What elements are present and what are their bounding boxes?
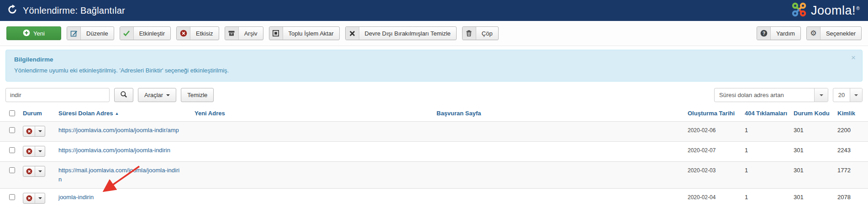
svg-text:?: ? [762, 31, 765, 36]
column-header-created[interactable]: Oluşturma Tarihi [688, 107, 745, 122]
expired-url-link[interactable]: https://joomlavia.com/joomla/joomla-indi… [58, 147, 170, 154]
table-row: joomla-indirin 2020-02-04 1 301 2078 [0, 189, 868, 206]
row-checkbox[interactable] [9, 127, 15, 133]
expired-url-link[interactable]: https://mail.joomlavia.com/joomla/joomla… [58, 167, 179, 183]
plus-circle-icon [23, 29, 30, 38]
status-code: 301 [794, 189, 837, 206]
info-alert: × Bilgilendirme Yönlendirme uyumlu eki e… [5, 50, 863, 82]
referrer-cell [437, 189, 688, 206]
hits-404: 1 [745, 142, 794, 162]
new-url-cell [195, 162, 437, 189]
chevron-down-icon[interactable] [35, 146, 45, 156]
redirect-icon [7, 5, 17, 16]
help-button[interactable]: ? Yardım [757, 26, 801, 40]
alert-close-button[interactable]: × [851, 54, 856, 62]
redirect-manager-page: Yönlendirme: Bağlantılar J [0, 0, 868, 206]
clear-button[interactable]: Temizle [181, 88, 214, 102]
archive-button-label: Arşiv [239, 27, 263, 40]
column-header-404-hits[interactable]: 404 Tıklamaları [745, 107, 794, 122]
expired-url-link[interactable]: joomla-indirin [58, 194, 94, 201]
purge-button[interactable]: Devre Dışı Bırakılmışları Temizle [345, 26, 457, 40]
status-code: 301 [794, 122, 837, 142]
status-button-group[interactable] [23, 146, 45, 157]
help-icon: ? [757, 27, 771, 40]
app-header: Yönlendirme: Bağlantılar J [0, 0, 868, 21]
row-id: 2243 [837, 142, 868, 162]
unpublished-status-icon[interactable] [23, 193, 35, 203]
sort-order-select[interactable]: Süresi dolan adres artan [714, 88, 828, 102]
column-header-expired-url[interactable]: Süresi Dolan Adres▲ [58, 107, 195, 122]
new-url-cell [195, 189, 437, 206]
archive-button[interactable]: Arşiv [225, 26, 263, 40]
row-checkbox[interactable] [9, 147, 15, 153]
table-header-row: Durum Süresi Dolan Adres▲ Yeni Adres Baş… [0, 107, 868, 122]
created-date: 2020-02-03 [688, 162, 745, 189]
table-row: https://joomlavia.com/joomla/joomla-indi… [0, 142, 868, 162]
edit-button[interactable]: Düzenle [67, 26, 114, 40]
chevron-down-icon [814, 88, 828, 102]
chevron-down-icon[interactable] [35, 126, 45, 136]
new-url-cell [195, 142, 437, 162]
alert-message: Yönlendirme uyumlu eki etkinleştirilmiş.… [14, 67, 847, 75]
column-header-referrer[interactable]: Başvuran Sayfa [437, 107, 688, 122]
row-id: 2078 [837, 189, 868, 206]
list-limit-value: 20 [833, 88, 850, 102]
select-all-checkbox[interactable] [9, 110, 15, 116]
hits-404: 1 [745, 162, 794, 189]
edit-button-label: Düzenle [81, 27, 114, 40]
sort-order-value: Süresi dolan adres artan [715, 88, 814, 102]
unpublished-status-icon[interactable] [23, 166, 35, 176]
status-button-group[interactable] [23, 193, 45, 204]
unpublish-button-label: Etkisiz [190, 27, 219, 40]
new-button[interactable]: Yeni [6, 26, 61, 40]
list-limit-select[interactable]: 20 [833, 88, 863, 102]
search-input[interactable] [5, 88, 110, 102]
publish-button-label: Etkinleştir [134, 27, 170, 40]
status-button-group[interactable] [23, 126, 45, 137]
row-checkbox[interactable] [9, 167, 15, 173]
column-header-status-code[interactable]: Durum Kodu [794, 107, 837, 122]
edit-icon [67, 27, 81, 40]
gear-icon: ⚙ [807, 27, 821, 40]
page-title: Yönlendirme: Bağlantılar [23, 5, 125, 16]
batch-button-label: Toplu İşlem Aktar [283, 27, 339, 40]
options-button-label: Seçenekler [821, 27, 861, 40]
publish-button[interactable]: Etkinleştir [120, 26, 171, 40]
search-button[interactable] [114, 88, 133, 102]
column-header-status[interactable]: Durum [23, 107, 58, 122]
options-button[interactable]: ⚙ Seçenekler [806, 26, 862, 40]
alert-title: Bilgilendirme [14, 56, 847, 64]
column-header-id[interactable]: Kimlik [837, 107, 868, 122]
redirect-links-table: Durum Süresi Dolan Adres▲ Yeni Adres Baş… [0, 107, 868, 206]
table-row: https://joomlavia.com/joomla/joomla-indi… [0, 122, 868, 142]
tools-dropdown-button[interactable]: Araçlar [138, 88, 176, 102]
table-row: https://mail.joomlavia.com/joomla/joomla… [0, 162, 868, 189]
unpublished-status-icon[interactable] [23, 146, 35, 156]
batch-button[interactable]: Toplu İşlem Aktar [269, 26, 340, 40]
referrer-cell [437, 122, 688, 142]
hits-404: 1 [745, 189, 794, 206]
purge-button-label: Devre Dışı Bırakılmışları Temizle [359, 27, 456, 40]
joomla-logo-icon [791, 1, 807, 20]
joomla-logo: Joomla!® [791, 1, 860, 20]
search-icon [120, 91, 127, 99]
referrer-cell [437, 142, 688, 162]
created-date: 2020-02-06 [688, 122, 745, 142]
created-date: 2020-02-04 [688, 189, 745, 206]
chevron-down-icon[interactable] [35, 193, 45, 203]
row-id: 2200 [837, 122, 868, 142]
x-circle-icon [177, 27, 190, 40]
row-id: 1772 [837, 162, 868, 189]
unpublished-status-icon[interactable] [23, 126, 35, 136]
chevron-down-icon[interactable] [35, 166, 45, 176]
row-checkbox[interactable] [9, 194, 15, 200]
x-icon [346, 27, 359, 40]
column-header-new-url[interactable]: Yeni Adres [195, 107, 437, 122]
unpublish-button[interactable]: Etkisiz [176, 26, 219, 40]
clear-button-label: Temizle [187, 92, 207, 98]
sort-asc-icon: ▲ [115, 111, 119, 116]
expired-url-link[interactable]: https://joomlavia.com/joomla/joomla-indi… [58, 127, 179, 134]
trash-button[interactable]: Çöp [462, 26, 499, 40]
status-button-group[interactable] [23, 166, 45, 177]
batch-icon [269, 27, 283, 40]
